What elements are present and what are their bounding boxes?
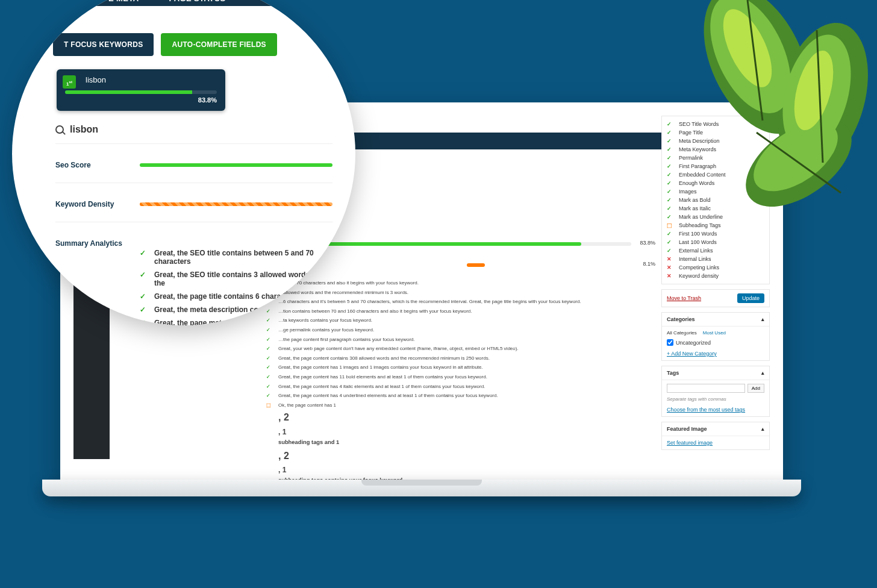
status-icon: ✓ <box>266 392 275 400</box>
status-icon: ✓ <box>667 130 675 136</box>
status-icon: ✓ <box>667 248 675 254</box>
status-icon: ✓ <box>667 205 675 211</box>
detail-row: ✓…tion contains between 70 and 160 chara… <box>266 307 631 316</box>
category-uncategorized[interactable]: Uncategorized <box>667 339 764 346</box>
side-check-row: ✓Enough Words <box>667 179 764 187</box>
analysis-detail: ✓…5 and 70 characters and also it begins… <box>266 278 631 482</box>
status-icon: ✓ <box>667 121 675 127</box>
status-icon: ✓ <box>667 172 675 178</box>
collapse-icon[interactable]: ▴ <box>761 370 764 376</box>
status-icon: ✕ <box>667 264 675 271</box>
svg-point-6 <box>713 2 782 94</box>
status-icon: ✓ <box>266 336 275 344</box>
detail-row: ✓Great, the page content has 11 bold ele… <box>266 372 631 382</box>
svg-point-7 <box>787 46 840 134</box>
seo-score-bar-zoom <box>140 163 332 167</box>
collapse-icon[interactable]: ▴ <box>761 426 764 432</box>
collapse-icon[interactable]: ▴ <box>761 316 764 322</box>
categories-heading: Categories <box>667 316 695 322</box>
status-icon: ✓ <box>667 189 675 195</box>
side-check-row: ✓Mark as Italic <box>667 204 764 213</box>
status-icon: ✓ <box>266 326 275 334</box>
status-icon: ✓ <box>667 214 675 220</box>
detail-row: ✓…6 characters and it's between 5 and 70… <box>266 297 631 307</box>
tab-most-used[interactable]: Most Used <box>703 330 726 336</box>
auto-complete-button[interactable]: AUTO-COMPLETE FIELDS <box>161 33 276 56</box>
rank-badge: 1st <box>63 75 76 89</box>
side-check-row: ✓Mark as Underline <box>667 213 764 221</box>
choose-tags-link[interactable]: Choose from the most used tags <box>667 407 745 413</box>
status-icon: ✓ <box>667 163 675 169</box>
summary-label: Summary Analytics <box>55 239 140 248</box>
laptop-base <box>42 480 801 496</box>
side-check-row: ⬚Subheading Tags <box>667 221 764 230</box>
detail-row: ✓Great, the page content contains 308 al… <box>266 354 631 363</box>
status-icon: ✓ <box>266 307 275 316</box>
check-icon: ✓ <box>140 292 148 301</box>
detail-row: ✓…the page content first paragraph conta… <box>266 335 631 345</box>
detail-row: ✓…5 and 70 characters and also it begins… <box>266 278 631 288</box>
detail-row: ✓Great, the page content has 1 images an… <box>266 363 631 372</box>
status-icon: ✓ <box>667 197 675 203</box>
update-button[interactable]: Update <box>737 293 764 303</box>
side-check-row: ✓Meta Description <box>667 137 764 145</box>
status-icon: ✕ <box>667 256 675 262</box>
side-check-row: ✕Internal Links <box>667 255 764 263</box>
tab-all-categories[interactable]: All Categories <box>667 330 697 336</box>
side-check-row: ✓SEO Title Words <box>667 120 764 128</box>
status-icon: ✕ <box>667 273 675 279</box>
detail-row: ✓…allowed words and the recommended mini… <box>266 288 631 298</box>
tab-page-status[interactable]: PAGE STATUS <box>169 0 226 8</box>
detail-row: ✓Great, the page content has 4 underline… <box>266 391 631 401</box>
check-row: ✓Great, the SEO title contains between 5… <box>140 246 332 268</box>
tags-heading: Tags <box>667 370 679 376</box>
check-icon: ✓ <box>140 305 148 314</box>
keyword-card[interactable]: 1st lisbon 83.8% <box>57 69 225 111</box>
side-check-row: ✓First Paragraph <box>667 162 764 170</box>
svg-point-4 <box>771 27 863 160</box>
add-category-link[interactable]: + Add New Category <box>667 351 717 357</box>
seo-score-bar: 83.8% <box>320 242 631 246</box>
density-bar-zoom <box>140 202 332 206</box>
side-check-row: ✕Keyword density <box>667 272 764 280</box>
move-to-trash-link[interactable]: Move to Trash <box>667 295 701 301</box>
side-check-row: ✓First 100 Words <box>667 230 764 238</box>
featured-heading: Featured Image <box>667 426 707 432</box>
side-check-row: ✓Permalink <box>667 154 764 162</box>
tags-note: Separate tags with commas <box>667 396 764 402</box>
status-icon: ⬚ <box>667 222 675 228</box>
detail-row: ✓Great, the page content has 4 italic el… <box>266 382 631 392</box>
tab-meta[interactable]: E META <box>108 0 139 8</box>
side-check-row: ✓Embedded Content <box>667 170 764 179</box>
status-icon: ⬚ <box>266 401 275 482</box>
side-check-row: ✓External Links <box>667 246 764 255</box>
status-icon: ✓ <box>667 146 675 152</box>
side-check-row: ✓Meta Keywords <box>667 145 764 154</box>
tags-input[interactable] <box>667 384 745 393</box>
seo-score-label: Seo Score <box>55 161 140 169</box>
status-icon: ✓ <box>266 373 275 381</box>
status-icon: ✓ <box>266 363 275 372</box>
keyword-text: lisbon <box>86 75 217 84</box>
detail-row: ✓…ge permalink contains your focus keywo… <box>266 325 631 335</box>
category-checkbox[interactable] <box>667 339 673 346</box>
side-check-row: ✓Images <box>667 187 764 196</box>
status-icon: ✓ <box>667 138 675 144</box>
detail-row: ✓…ta keywords contains your focus keywor… <box>266 316 631 325</box>
search-icon <box>55 125 64 134</box>
density-label: Keyword Density <box>55 200 140 208</box>
side-check-row: ✓Page Title <box>667 128 764 137</box>
status-icon: ✓ <box>266 383 275 391</box>
check-icon: ✓ <box>140 249 148 257</box>
detail-row: ✓Great, your web page content don't have… <box>266 344 631 354</box>
seo-checklist: ✓SEO Title Words✓Page Title✓Meta Descrip… <box>662 116 769 284</box>
side-check-row: ✓Last 100 Words <box>667 238 764 246</box>
add-tag-button[interactable]: Add <box>747 384 764 393</box>
side-check-row: ✕Competing Links <box>667 263 764 272</box>
status-icon: ✓ <box>667 239 675 245</box>
focus-keywords-button[interactable]: T FOCUS KEYWORDS <box>53 33 154 56</box>
set-featured-image-link[interactable]: Set featured image <box>667 440 713 446</box>
density-bar: 8.1% <box>320 263 631 267</box>
check-icon: ✓ <box>140 271 148 279</box>
status-icon: ✓ <box>667 155 675 161</box>
